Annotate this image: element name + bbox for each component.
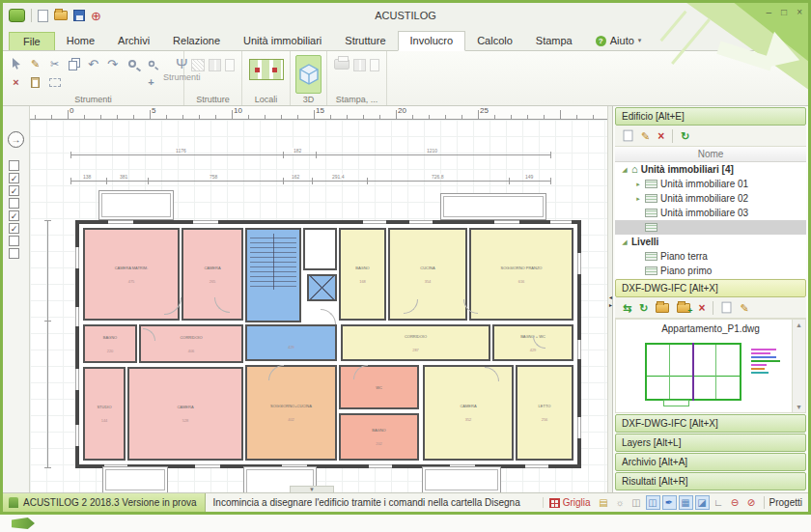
panel-splitter[interactable]: ◄ ► [607,106,613,492]
room-soggiorno-pranzo[interactable]: SOGGIORNO PRANZO616 [469,228,573,321]
dwg-preview[interactable] [645,343,741,401]
grid-area[interactable]: CAMERA MATRIM.475CAMERA265429BAGNO220COR… [30,120,607,492]
dwg-file-name[interactable]: Appartamento_P1.dwg [616,323,805,334]
marquee-select-icon[interactable] [46,74,63,90]
room-letto[interactable]: LETTO256 [516,365,573,461]
hatch-toggle[interactable]: ▤ [597,495,611,510]
expander-icon[interactable]: ◢ [621,238,629,246]
light-toggle[interactable]: ☼ [613,495,628,510]
add-dwg-icon[interactable] [677,303,690,313]
zoom-window-icon[interactable] [143,56,159,71]
tab-involucro[interactable]: Involucro [398,31,466,51]
new-structure-icon[interactable] [225,59,235,71]
refresh-icon[interactable]: ↻ [681,130,689,142]
axis-v-toggle[interactable]: ⊘ [744,495,759,510]
paste-icon[interactable] [27,74,43,90]
layer-checkbox-7[interactable] [9,236,19,246]
partition-structure-icon[interactable] [209,59,221,71]
grid-toggle[interactable]: Griglia [549,497,591,508]
print-export-icon[interactable] [370,59,379,71]
layer-checkbox-3[interactable]: ✓ [9,185,19,196]
expander-icon[interactable]: ▸ [634,195,642,203]
view-3d-button[interactable] [295,55,322,94]
tree-item-unit-immobiliari-4-[interactable]: ◢⌂Unità immobiliari [4] [615,162,806,177]
room-bagno-wc[interactable]: BAGNO + WC429 [492,324,573,361]
elevator[interactable] [307,274,337,301]
panel-header-dxf-dwg-ifc[interactable]: DXF-DWG-IFC [Alt+X] [615,414,806,433]
room-soggiorno-cucina[interactable]: SOGGIORNO+CUCINA402 [245,365,337,461]
expander-icon[interactable]: ▸ [634,181,642,188]
preview-scrollbar[interactable]: ▲ ▼ [792,320,805,412]
expander-icon[interactable]: ◢ [621,166,629,174]
tree-item-unit-immobiliare-02[interactable]: ▸Unità immobiliare 02 [615,191,806,206]
tree-item-unit-immobiliare-01[interactable]: ▸Unità immobiliare 01 [615,177,806,191]
new-item-icon[interactable] [624,130,633,142]
panel-header-risultati[interactable]: Risultati [Alt+R] [615,472,806,490]
tab-archivi[interactable]: Archivi [106,32,161,50]
zoom-icon[interactable] [124,56,140,71]
print-icon[interactable] [334,59,350,70]
room-bagno-2[interactable]: BAGNO168 [339,228,386,321]
new-dwg-icon[interactable] [722,302,732,314]
tab-relazione[interactable]: Relazione [161,32,232,50]
ortho-toggle[interactable]: ∟ [712,495,726,510]
layer-checkbox-8[interactable] [9,248,19,259]
tree-item-livelli[interactable]: ◢Livelli [615,235,806,249]
room-camera-2[interactable]: CAMERA528 [127,367,243,461]
room-camera[interactable]: CAMERA265 [182,228,243,321]
drawing-canvas[interactable]: 0510152025 CAMERA MATRIM.475CAMERA265429… [30,106,607,492]
room-cucina[interactable]: CUCINA354 [388,228,467,321]
tree-item-piano-primo[interactable]: Piano primo [615,264,806,278]
room-studio[interactable]: STUDIO144 [83,367,126,461]
pin-toggle[interactable]: ✒ [662,495,677,510]
edit-item-icon[interactable]: ✎ [641,130,650,142]
hatch-structure-icon[interactable] [191,59,205,71]
fit-arrows-icon[interactable]: ⇆ [623,302,631,314]
room-corridoio-2[interactable]: CORRIDOIO287 [341,324,490,361]
layer-checkbox-6[interactable]: ✓ [9,223,19,234]
print-preview-icon[interactable] [353,59,366,71]
tab-unit-immobiliari[interactable]: Unità immobiliari [232,32,333,50]
scroll-up-icon[interactable]: ▲ [793,322,805,328]
pan-move-icon[interactable]: + [143,74,159,90]
tab-calcolo[interactable]: Calcolo [465,32,524,50]
cube3d-toggle[interactable]: ◫ [646,495,660,510]
select-cursor-icon[interactable] [8,56,24,71]
tab-home[interactable]: Home [55,32,106,50]
splitter-left-arrow[interactable]: ◄ [608,295,613,300]
room-camera-3[interactable]: CAMERA352 [423,365,514,461]
room-corridoio-1[interactable]: CORRIDOIO406 [139,324,243,363]
scroll-down-icon[interactable]: ▼ [793,404,805,410]
progetti-label[interactable]: Progetti [769,497,802,508]
cut-scissors-icon[interactable]: ✂ [46,56,63,71]
tree-item-unit-immobiliare-03[interactable]: Unità immobiliare 03 [615,206,806,220]
tree-item-piano-terra[interactable]: Piano terra [615,249,806,264]
stairwell[interactable] [245,228,301,322]
delete-item-icon[interactable]: × [657,130,664,142]
panel-header-dxf-active[interactable]: DXF-DWG-IFC [Alt+X] [615,279,806,297]
maximize-button[interactable]: □ [781,7,787,18]
panel-header-layers[interactable]: Layers [Alt+L] [615,434,806,452]
tab-file[interactable]: File [9,32,55,50]
room-bagno-3[interactable]: BAGNO202 [339,413,419,461]
draw-pencil-icon[interactable]: ✎ [27,56,43,71]
tab-aiuto[interactable]: ?Aiuto▾ [584,32,654,50]
redo-icon[interactable]: ↷ [104,56,121,71]
edit-dwg-icon[interactable]: ✎ [740,302,748,314]
axis-h-toggle[interactable]: ⊖ [728,495,742,510]
floor-plan[interactable]: CAMERA MATRIM.475CAMERA265429BAGNO220COR… [75,220,581,468]
remove-dwg-icon[interactable]: × [698,302,705,314]
tab-stampa[interactable]: Stampa [524,32,584,50]
delete-icon[interactable]: × [8,74,24,90]
room-wc[interactable]: WC [339,365,419,409]
tree-item-empty[interactable] [615,220,806,235]
panel-header-archivio[interactable]: Archivio [Alt+A] [615,453,806,471]
copy-icon[interactable] [66,56,82,71]
open-dwg-icon[interactable] [656,303,669,313]
landing[interactable]: 429 [245,324,337,361]
bottom-collapse-handle[interactable]: ▼ [290,486,334,492]
layers-toggle[interactable]: ◪ [695,495,710,510]
close-button[interactable]: × [797,7,802,18]
locali-rooms-icon[interactable] [249,59,284,80]
splitter-right-arrow[interactable]: ► [608,303,613,308]
